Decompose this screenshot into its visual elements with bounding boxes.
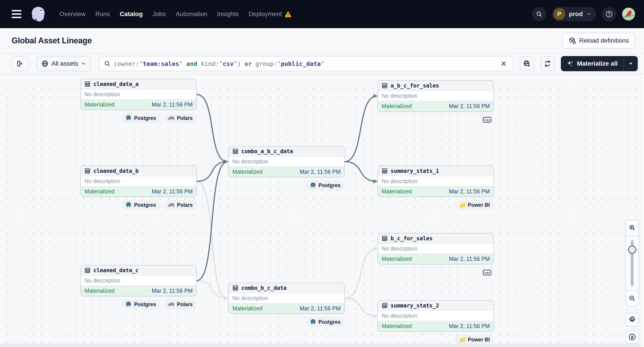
query-token: " bbox=[179, 60, 182, 67]
table-icon bbox=[232, 285, 238, 291]
reload-definitions-button[interactable]: Reload definitions bbox=[562, 32, 635, 49]
query-token bbox=[197, 60, 201, 67]
asset-scope-dropdown[interactable]: All assets bbox=[36, 56, 91, 71]
kind-tag-label: Polars bbox=[177, 202, 192, 208]
new-asset-selection-button[interactable] bbox=[520, 56, 534, 71]
materialized-timestamp[interactable]: Mar 2, 11:56 PM bbox=[449, 256, 490, 262]
kind-tag-label: Power BI bbox=[468, 337, 490, 343]
materialize-options-button[interactable] bbox=[624, 56, 638, 71]
kind-tag-postgres[interactable]: Postgres bbox=[121, 200, 160, 210]
asset-kind-tags: Postgres bbox=[228, 180, 344, 190]
asset-kind-tags: PostgresPolars bbox=[80, 113, 197, 123]
lineage-canvas[interactable]: cleaned_data_a No description Materializ… bbox=[0, 74, 644, 347]
kind-tag-powerbi[interactable]: Power BI bbox=[456, 335, 494, 345]
materialized-timestamp[interactable]: Mar 2, 11:56 PM bbox=[449, 188, 490, 195]
materialized-timestamp[interactable]: Mar 2, 11:56 PM bbox=[449, 323, 490, 329]
asset-node-summary_stats_2[interactable]: summary_stats_2 No description Materiali… bbox=[378, 300, 494, 345]
kind-tag-postgres[interactable]: Postgres bbox=[121, 300, 160, 309]
kind-tag-csv[interactable]: CSV bbox=[480, 268, 494, 277]
asset-selection-query[interactable]: (owner:"team:sales" and kind:"csv") or g… bbox=[114, 60, 324, 67]
asset-node-cleaned_data_a[interactable]: cleaned_data_a No description Materializ… bbox=[80, 79, 197, 123]
query-token: (owner: bbox=[114, 60, 139, 67]
zoom-out-button[interactable] bbox=[626, 291, 639, 306]
materialized-status: Materialized bbox=[84, 288, 115, 294]
materialized-timestamp[interactable]: Mar 2, 11:56 PM bbox=[152, 188, 192, 195]
help-button[interactable] bbox=[602, 7, 616, 21]
kind-tag-postgres[interactable]: Postgres bbox=[121, 113, 160, 123]
kind-tag-postgres[interactable]: Postgres bbox=[306, 180, 344, 190]
asset-kind-tags: PostgresPolars bbox=[80, 200, 197, 210]
chevron-down-icon bbox=[586, 11, 592, 17]
asset-description: No description bbox=[229, 157, 344, 167]
zoom-slider-thumb[interactable] bbox=[628, 245, 636, 254]
nav-catalog[interactable]: Catalog bbox=[120, 10, 143, 18]
materialized-timestamp[interactable]: Mar 2, 11:56 PM bbox=[300, 305, 340, 312]
kind-tag-polars[interactable]: Polars bbox=[164, 113, 197, 123]
open-side-panel-button[interactable] bbox=[11, 56, 28, 71]
kind-tag-label: Postgres bbox=[134, 302, 156, 308]
horizontal-scrollbar[interactable] bbox=[0, 344, 640, 347]
sparkle-icon bbox=[567, 60, 574, 67]
asset-node-cleaned_data_c[interactable]: cleaned_data_c No description Materializ… bbox=[80, 265, 197, 309]
asset-name: a_b_c_for_sales bbox=[390, 83, 439, 89]
graph-settings-button[interactable] bbox=[625, 313, 639, 327]
kind-tag-polars[interactable]: Polars bbox=[164, 300, 197, 309]
refresh-icon bbox=[544, 60, 551, 67]
kind-tag-postgres[interactable]: Postgres bbox=[306, 317, 344, 327]
asset-node-cleaned_data_b[interactable]: cleaned_data_b No description Materializ… bbox=[80, 166, 197, 210]
polars-icon bbox=[168, 115, 175, 121]
reload-definitions-label: Reload definitions bbox=[579, 37, 629, 44]
asset-name: cleaned_data_b bbox=[94, 168, 138, 174]
materialized-status: Materialized bbox=[232, 305, 262, 312]
nav-jobs[interactable]: Jobs bbox=[152, 10, 166, 18]
asset-status-row: Materialized Mar 2, 11:56 PM bbox=[378, 101, 494, 111]
materialized-timestamp[interactable]: Mar 2, 11:56 PM bbox=[152, 101, 192, 108]
edge-combo_b_c_data-to-summary_stats_2 bbox=[344, 298, 377, 316]
asset-node-a_b_c_for_sales[interactable]: a_b_c_for_sales No description Materiali… bbox=[378, 80, 494, 125]
page-header: Global Asset Lineage Reload definitions bbox=[0, 28, 644, 54]
nav-overview[interactable]: Overview bbox=[60, 10, 86, 18]
vertical-scrollbar[interactable] bbox=[640, 74, 644, 344]
asset-status-row: Materialized Mar 2, 11:56 PM bbox=[378, 321, 494, 331]
zoom-slider[interactable] bbox=[626, 236, 639, 290]
nav-automation[interactable]: Automation bbox=[176, 10, 207, 18]
asset-node-b_c_for_sales[interactable]: b_c_for_sales No description Materialize… bbox=[378, 233, 494, 277]
edge-combo_a_b_c_data-to-a_b_c_for_sales bbox=[344, 96, 377, 162]
asset-description: No description bbox=[378, 91, 494, 101]
materialized-timestamp[interactable]: Mar 2, 11:56 PM bbox=[449, 103, 490, 109]
nav-insights[interactable]: Insights bbox=[217, 10, 239, 18]
powerbi-icon bbox=[460, 202, 466, 208]
materialize-all-button[interactable]: Materialize all bbox=[561, 56, 624, 71]
menu-button[interactable] bbox=[12, 10, 22, 18]
asset-node-combo_b_c_data[interactable]: combo_b_c_data No description Materializ… bbox=[228, 283, 344, 327]
materialized-timestamp[interactable]: Mar 2, 11:56 PM bbox=[300, 169, 340, 175]
dagster-logo[interactable] bbox=[29, 5, 47, 23]
asset-search-input[interactable]: (owner:"team:sales" and kind:"csv") or g… bbox=[99, 56, 514, 71]
asset-node-combo_a_b_c_data[interactable]: combo_a_b_c_data No description Material… bbox=[228, 146, 344, 190]
asset-description: No description bbox=[378, 176, 494, 186]
download-image-button[interactable] bbox=[625, 330, 639, 344]
svg-text:CSV: CSV bbox=[484, 271, 490, 274]
asset-status-row: Materialized Mar 2, 11:56 PM bbox=[81, 186, 196, 197]
asset-node-summary_stats_1[interactable]: summary_stats_1 No description Materiali… bbox=[378, 166, 494, 210]
user-avatar[interactable] bbox=[622, 7, 635, 20]
environment-switcher[interactable]: P prod bbox=[552, 7, 596, 21]
materialized-timestamp[interactable]: Mar 2, 11:56 PM bbox=[152, 288, 192, 294]
edge-combo_a_b_c_data-to-summary_stats_1 bbox=[344, 162, 377, 181]
kind-tag-powerbi[interactable]: Power BI bbox=[456, 200, 494, 210]
nav-deployment[interactable]: Deployment bbox=[248, 10, 292, 18]
asset-kind-tags: Postgres bbox=[228, 317, 344, 327]
search-icon bbox=[104, 60, 110, 67]
zoom-in-button[interactable] bbox=[626, 220, 639, 236]
kind-tag-polars[interactable]: Polars bbox=[164, 200, 197, 210]
asset-status-row: Materialized Mar 2, 11:56 PM bbox=[378, 186, 494, 197]
refresh-graph-button[interactable] bbox=[540, 56, 554, 71]
kind-tag-csv[interactable]: CSV bbox=[480, 115, 494, 125]
search-button[interactable] bbox=[532, 7, 546, 21]
clear-query-button[interactable] bbox=[499, 59, 508, 68]
asset-kind-tags: Power BI bbox=[378, 335, 494, 345]
table-icon bbox=[382, 83, 388, 89]
nav-runs[interactable]: Runs bbox=[96, 10, 110, 18]
nav-label: Deployment bbox=[248, 10, 282, 18]
nav-label: Overview bbox=[60, 10, 86, 18]
